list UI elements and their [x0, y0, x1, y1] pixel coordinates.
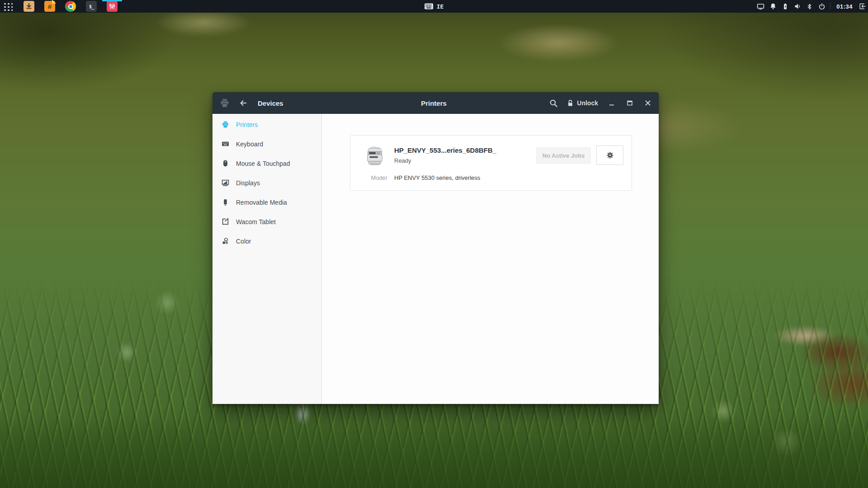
display-icon[interactable]	[757, 3, 764, 10]
power-icon[interactable]	[818, 3, 826, 10]
wacom-tablet-icon	[222, 218, 229, 225]
window-title-left: Devices	[258, 92, 283, 114]
sidebar-item-label: Color	[236, 238, 251, 245]
app-grid-icon[interactable]	[3, 2, 13, 11]
unlock-label: Unlock	[577, 99, 598, 107]
chat-icon-glyph: #	[48, 3, 52, 10]
keyboard-settings-icon	[222, 140, 229, 148]
headerbar-actions: Unlock	[549, 92, 652, 114]
chat-icon-fold	[52, 0, 56, 4]
settings-window: Devices Printers Unlock	[212, 92, 659, 404]
gear-icon	[606, 151, 614, 159]
sidebar-item-label: Displays	[236, 179, 260, 187]
restore-button[interactable]	[625, 99, 634, 108]
terminal-icon-glyph: $_	[89, 4, 94, 9]
sidebar-item-label: Printers	[236, 121, 258, 128]
sidebar-item-label: Keyboard	[236, 141, 263, 148]
sidebar-item-color[interactable]: Color	[212, 231, 321, 251]
search-button[interactable]	[549, 99, 558, 108]
window-body: Printers Keyboard Mouse & Touchpad Displ…	[212, 114, 659, 404]
printer-card: HP_ENVY_553...eries_6D8BFB_ Ready No Act…	[350, 135, 632, 191]
devices-sidebar: Printers Keyboard Mouse & Touchpad Displ…	[212, 114, 322, 404]
printer-image	[364, 145, 385, 166]
printer-settings-button[interactable]	[596, 145, 623, 165]
chat-app-icon[interactable]: #	[44, 1, 55, 12]
terminal-app-icon[interactable]: $_	[86, 1, 97, 12]
tray-separator	[830, 3, 830, 10]
keyboard-icon	[425, 3, 434, 9]
printer-name: HP_ENVY_553...eries_6D8BFB_	[394, 146, 496, 154]
panel-title: Printers	[322, 92, 546, 114]
chrome-app-icon[interactable]	[65, 1, 76, 12]
sidebar-item-printers[interactable]: Printers	[212, 115, 321, 134]
keyboard-layout-indicator[interactable]: IE	[425, 0, 444, 13]
keyboard-layout-label: IE	[437, 3, 444, 10]
color-icon	[222, 237, 229, 245]
sidebar-item-label: Wacom Tablet	[236, 218, 276, 225]
close-button[interactable]	[643, 99, 652, 108]
unlock-lock-icon	[567, 99, 574, 107]
sidebar-item-removable-media[interactable]: Removable Media	[212, 192, 321, 212]
sidebar-item-label: Mouse & Touchpad	[236, 160, 290, 167]
printer-status: Ready	[394, 157, 411, 164]
removable-media-icon	[222, 198, 229, 206]
model-label: Model	[350, 174, 387, 181]
sidebar-item-mouse-touchpad[interactable]: Mouse & Touchpad	[212, 154, 321, 173]
top-panel: # $_ IE	[0, 0, 868, 13]
model-value: HP ENVY 5530 series, driverless	[394, 174, 480, 181]
headerbar-printer-icon	[220, 98, 230, 108]
sidebar-item-displays[interactable]: Displays	[212, 173, 321, 192]
chrome-icon-center	[68, 4, 73, 9]
notifications-bell-icon[interactable]	[769, 3, 777, 10]
unlock-button[interactable]: Unlock	[567, 99, 598, 107]
sidebar-item-keyboard[interactable]: Keyboard	[212, 134, 321, 154]
active-app-indicator	[102, 0, 122, 1]
volume-icon[interactable]	[793, 3, 801, 10]
bluetooth-icon[interactable]	[806, 3, 813, 10]
minimize-button[interactable]	[607, 99, 616, 108]
mouse-icon	[222, 160, 229, 167]
window-headerbar: Devices Printers Unlock	[212, 92, 659, 114]
printers-panel: HP_ENVY_553...eries_6D8BFB_ Ready No Act…	[322, 114, 659, 404]
wallpaper-foreground-blur	[0, 416, 868, 488]
no-active-jobs-button[interactable]: No Active Jobs	[536, 147, 591, 164]
status-tray: 01:34	[757, 0, 867, 13]
clock[interactable]: 01:34	[835, 3, 854, 10]
back-button[interactable]	[237, 97, 250, 109]
tray-arrow-icon[interactable]	[859, 3, 866, 10]
sidebar-item-wacom-tablet[interactable]: Wacom Tablet	[212, 212, 321, 231]
displays-icon	[222, 179, 229, 187]
sidebar-item-label: Removable Media	[236, 199, 287, 206]
downloader-app-icon[interactable]	[24, 1, 34, 12]
battery-icon[interactable]	[781, 3, 789, 10]
printers-icon	[222, 121, 229, 128]
settings-mixer-app-icon[interactable]	[107, 1, 118, 12]
